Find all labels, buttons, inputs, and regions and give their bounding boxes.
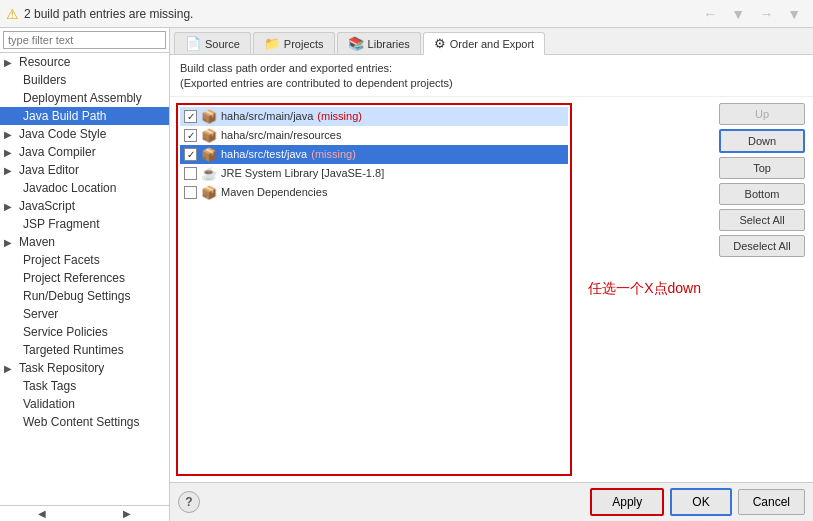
sidebar-item-label: JSP Fragment — [23, 217, 99, 231]
up-button[interactable]: Up — [719, 103, 805, 125]
help-button[interactable]: ? — [178, 491, 200, 513]
down-button[interactable]: Down — [719, 129, 805, 153]
sidebar-item-jsp-fragment[interactable]: JSP Fragment — [0, 215, 169, 233]
sidebar-arrow-icon: ▶ — [4, 147, 16, 158]
sidebar-item-label: Service Policies — [23, 325, 108, 339]
sidebar-item-server[interactable]: Server — [0, 305, 169, 323]
sidebar-item-label: JavaScript — [19, 199, 75, 213]
sidebar-item-targeted-runtimes[interactable]: Targeted Runtimes — [0, 341, 169, 359]
entry-label-1: haha/src/main/resources — [221, 129, 341, 141]
ok-button[interactable]: OK — [670, 488, 731, 516]
panel-header: Build class path order and exported entr… — [170, 55, 813, 97]
sidebar-item-javadoc-location[interactable]: Javadoc Location — [0, 179, 169, 197]
forward-button[interactable]: → — [753, 3, 779, 25]
sidebar-item-deployment-assembly[interactable]: Deployment Assembly — [0, 89, 169, 107]
tab-label: Projects — [284, 38, 324, 50]
sidebar-item-task-tags[interactable]: Task Tags — [0, 377, 169, 395]
sidebar-item-label: Task Tags — [23, 379, 76, 393]
entry-icon-4: 📦 — [201, 185, 217, 200]
sidebar-item-java-code-style[interactable]: ▶Java Code Style — [0, 125, 169, 143]
tab-order-and-export[interactable]: ⚙Order and Export — [423, 32, 545, 55]
content-area: 📄Source📁Projects📚Libraries⚙Order and Exp… — [170, 28, 813, 521]
annotation-text: 任选一个X点down — [588, 280, 701, 298]
sidebar-item-service-policies[interactable]: Service Policies — [0, 323, 169, 341]
sidebar-item-label: Java Editor — [19, 163, 79, 177]
select-all-button[interactable]: Select All — [719, 209, 805, 231]
sidebar-item-java-build-path[interactable]: Java Build Path — [0, 107, 169, 125]
tab-projects[interactable]: 📁Projects — [253, 32, 335, 54]
top-button[interactable]: Top — [719, 157, 805, 179]
sidebar-arrow-icon: ▶ — [4, 201, 16, 212]
entry-missing-0: (missing) — [317, 110, 362, 122]
sidebar-item-builders[interactable]: Builders — [0, 71, 169, 89]
entries-list[interactable]: 📦haha/src/main/java (missing)📦haha/src/m… — [176, 103, 572, 476]
sidebar-item-label: Javadoc Location — [23, 181, 116, 195]
entry-checkbox-0[interactable] — [184, 110, 197, 123]
back-dropdown-button[interactable]: ▼ — [725, 3, 751, 25]
sidebar-item-run/debug-settings[interactable]: Run/Debug Settings — [0, 287, 169, 305]
annotation-area: 任选一个X点down — [578, 103, 711, 476]
tab-label: Source — [205, 38, 240, 50]
sidebar-item-label: Deployment Assembly — [23, 91, 142, 105]
sidebar-item-java-editor[interactable]: ▶Java Editor — [0, 161, 169, 179]
sidebar-item-web-content-settings[interactable]: Web Content Settings — [0, 413, 169, 431]
entry-item-0[interactable]: 📦haha/src/main/java (missing) — [180, 107, 568, 126]
top-bar: ⚠ 2 build path entries are missing. ← ▼ … — [0, 0, 813, 28]
sidebar-bottom-bar: ◀ ▶ — [0, 505, 169, 521]
tab-label: Libraries — [368, 38, 410, 50]
sidebar-item-label: Resource — [19, 55, 70, 69]
sidebar-item-project-facets[interactable]: Project Facets — [0, 251, 169, 269]
sidebar-item-label: Task Repository — [19, 361, 104, 375]
sidebar-item-label: Java Code Style — [19, 127, 106, 141]
entry-item-1[interactable]: 📦haha/src/main/resources — [180, 126, 568, 145]
warning-text: 2 build path entries are missing. — [24, 7, 193, 21]
filter-input[interactable] — [3, 31, 166, 49]
sidebar-item-label: Project Facets — [23, 253, 100, 267]
entry-icon-0: 📦 — [201, 109, 217, 124]
forward-dropdown-button[interactable]: ▼ — [781, 3, 807, 25]
tab-source[interactable]: 📄Source — [174, 32, 251, 54]
sidebar-item-label: Java Build Path — [23, 109, 106, 123]
entry-item-3[interactable]: ☕JRE System Library [JavaSE-1.8] — [180, 164, 568, 183]
sidebar-item-javascript[interactable]: ▶JavaScript — [0, 197, 169, 215]
entry-label-0: haha/src/main/java — [221, 110, 313, 122]
bottom-bar: ? Apply OK Cancel — [170, 482, 813, 521]
entry-item-4[interactable]: 📦Maven Dependencies — [180, 183, 568, 202]
entry-checkbox-3[interactable] — [184, 167, 197, 180]
apply-button[interactable]: Apply — [590, 488, 664, 516]
cancel-button[interactable]: Cancel — [738, 489, 805, 515]
bottom-button[interactable]: Bottom — [719, 183, 805, 205]
bottom-right: Apply OK Cancel — [590, 488, 805, 516]
sidebar-scroll-left[interactable]: ◀ — [0, 506, 85, 521]
sidebar-item-project-references[interactable]: Project References — [0, 269, 169, 287]
sidebar-arrow-icon: ▶ — [4, 363, 16, 374]
nav-buttons: ← ▼ → ▼ — [697, 3, 807, 25]
sidebar-scroll-right[interactable]: ▶ — [85, 506, 170, 521]
sidebar-arrow-icon: ▶ — [4, 165, 16, 176]
entry-checkbox-1[interactable] — [184, 129, 197, 142]
deselect-all-button[interactable]: Deselect All — [719, 235, 805, 257]
tab-icon-source: 📄 — [185, 36, 201, 51]
sidebar-item-label: Server — [23, 307, 58, 321]
tab-icon-projects: 📁 — [264, 36, 280, 51]
main-layout: ▶ResourceBuildersDeployment AssemblyJava… — [0, 28, 813, 521]
warning-message: ⚠ 2 build path entries are missing. — [6, 6, 193, 22]
back-button[interactable]: ← — [697, 3, 723, 25]
tab-libraries[interactable]: 📚Libraries — [337, 32, 421, 54]
entry-checkbox-4[interactable] — [184, 186, 197, 199]
entry-checkbox-2[interactable] — [184, 148, 197, 161]
sidebar-item-maven[interactable]: ▶Maven — [0, 233, 169, 251]
sidebar-arrow-icon: ▶ — [4, 237, 16, 248]
sidebar-item-resource[interactable]: ▶Resource — [0, 53, 169, 71]
sidebar-item-java-compiler[interactable]: ▶Java Compiler — [0, 143, 169, 161]
panel: Build class path order and exported entr… — [170, 55, 813, 482]
entry-icon-3: ☕ — [201, 166, 217, 181]
sidebar-item-task-repository[interactable]: ▶Task Repository — [0, 359, 169, 377]
entry-icon-1: 📦 — [201, 128, 217, 143]
panel-body: 📦haha/src/main/java (missing)📦haha/src/m… — [170, 97, 813, 482]
entry-item-2[interactable]: 📦haha/src/test/java (missing) — [180, 145, 568, 164]
sidebar-item-validation[interactable]: Validation — [0, 395, 169, 413]
side-buttons: Up Down Top Bottom Select All Deselect A… — [717, 103, 807, 476]
tabs-bar: 📄Source📁Projects📚Libraries⚙Order and Exp… — [170, 28, 813, 55]
entry-label-4: Maven Dependencies — [221, 186, 327, 198]
